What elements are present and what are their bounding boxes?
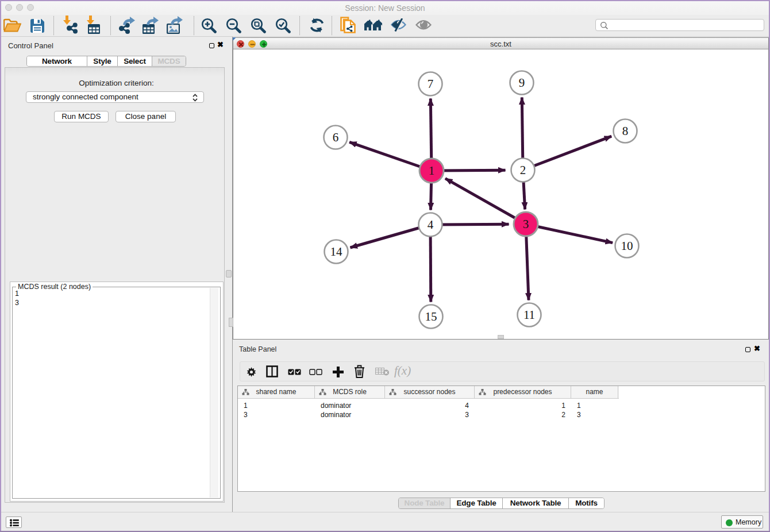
svg-text:14: 14: [330, 245, 343, 259]
svg-text:15: 15: [425, 310, 437, 323]
svg-text:4: 4: [428, 218, 434, 232]
svg-text:1: 1: [429, 164, 435, 178]
svg-text:8: 8: [622, 124, 629, 138]
svg-text:11: 11: [523, 308, 535, 322]
svg-text:2: 2: [520, 163, 526, 177]
svg-text:3: 3: [523, 217, 529, 231]
svg-text:6: 6: [333, 130, 339, 144]
svg-text:9: 9: [519, 76, 525, 90]
svg-text:7: 7: [428, 77, 434, 91]
svg-text:10: 10: [621, 239, 633, 253]
